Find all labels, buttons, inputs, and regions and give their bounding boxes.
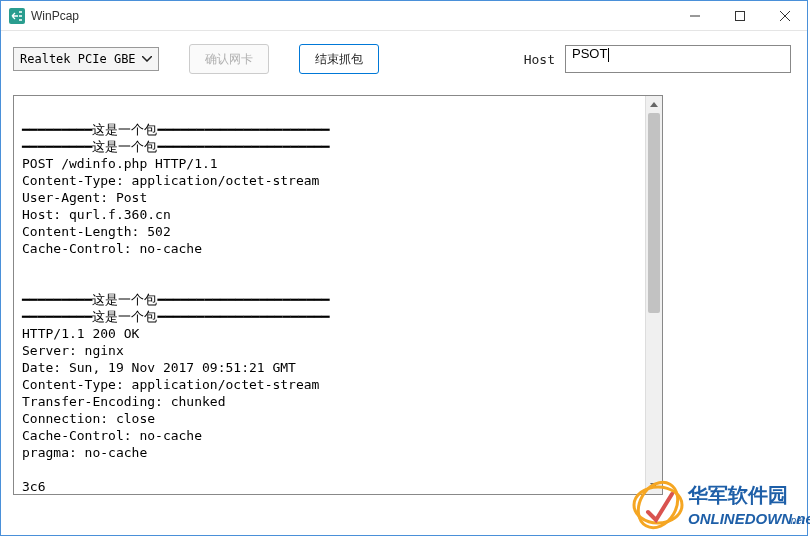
adapter-select[interactable]: Realtek PCIe GBE — [13, 47, 159, 71]
watermark-logo: 华军软件园 ONLINEDOWN.net .net — [630, 472, 810, 538]
svg-point-3 — [630, 475, 685, 535]
confirm-adapter-button: 确认网卡 — [189, 44, 269, 74]
scroll-thumb[interactable] — [648, 113, 660, 313]
svg-rect-1 — [735, 11, 744, 20]
stop-capture-button[interactable]: 结束抓包 — [299, 44, 379, 74]
host-input[interactable]: PSOT — [565, 45, 791, 73]
minimize-button[interactable] — [672, 1, 717, 30]
watermark-text-1: 华军软件园 — [687, 484, 788, 506]
capture-output: ━━━━━━━━━这是一个包━━━━━━━━━━━━━━━━━━━━━━ ━━━… — [13, 95, 663, 495]
close-button[interactable] — [762, 1, 807, 30]
adapter-select-text: Realtek PCIe GBE — [20, 52, 140, 66]
maximize-button[interactable] — [717, 1, 762, 30]
host-label: Host — [524, 52, 555, 67]
capture-text[interactable]: ━━━━━━━━━这是一个包━━━━━━━━━━━━━━━━━━━━━━ ━━━… — [14, 96, 645, 494]
titlebar: WinPcap — [1, 1, 807, 31]
toolbar: Realtek PCIe GBE 确认网卡 结束抓包 Host PSOT — [1, 31, 807, 87]
svg-text:.net: .net — [788, 515, 806, 526]
stop-capture-label: 结束抓包 — [315, 51, 363, 68]
app-icon — [9, 8, 25, 24]
window-title: WinPcap — [31, 9, 672, 23]
scrollbar[interactable] — [645, 96, 662, 494]
content-area: ━━━━━━━━━这是一个包━━━━━━━━━━━━━━━━━━━━━━ ━━━… — [1, 87, 807, 535]
window-controls — [672, 1, 807, 30]
confirm-adapter-label: 确认网卡 — [205, 51, 253, 68]
chevron-down-icon — [140, 52, 154, 66]
app-window: WinPcap Realtek PCIe GBE 确认网卡 结束抓包 Host — [0, 0, 808, 536]
scroll-track[interactable] — [646, 113, 662, 477]
scroll-up-button[interactable] — [646, 96, 662, 113]
